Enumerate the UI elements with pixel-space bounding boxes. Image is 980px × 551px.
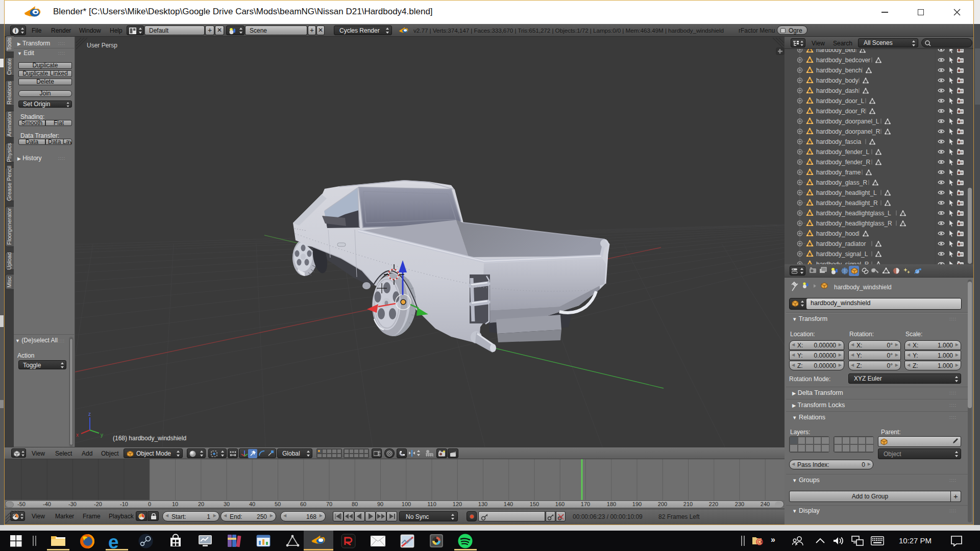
svg-text:hardbody_glass_R: hardbody_glass_R: [816, 179, 867, 186]
svg-text:hardbody_doorpanel_L: hardbody_doorpanel_L: [816, 118, 879, 125]
svg-text:hardbody_headlight_R: hardbody_headlight_R: [816, 199, 878, 207]
svg-text:i: i: [15, 28, 16, 34]
svg-text:hardbody_headlight_L: hardbody_headlight_L: [816, 189, 877, 196]
svg-text:hardbody_signal_L: hardbody_signal_L: [816, 251, 868, 258]
svg-text:hardbody_fender_R: hardbody_fender_R: [816, 159, 870, 166]
svg-text:hardbody_door_L: hardbody_door_L: [816, 97, 864, 105]
svg-text:hardbody_body: hardbody_body: [816, 77, 859, 84]
svg-text:hardbody_fender_L: hardbody_fender_L: [816, 148, 869, 156]
svg-text:User Persp: User Persp: [87, 42, 117, 49]
svg-text:(168) hardbody_windshield: (168) hardbody_windshield: [113, 435, 186, 442]
svg-text:hardbody_headlightglass_R: hardbody_headlightglass_R: [816, 220, 892, 227]
svg-text:hardbody_bedcover: hardbody_bedcover: [816, 57, 870, 64]
svg-text:hardbody_dash: hardbody_dash: [816, 87, 859, 94]
svg-text:hardbody_doorpanel_R: hardbody_doorpanel_R: [816, 128, 880, 135]
svg-text:hardbody_frame: hardbody_frame: [816, 169, 861, 176]
svg-text:hardbody_radiator: hardbody_radiator: [816, 240, 866, 247]
svg-text:hardbody_signal_R: hardbody_signal_R: [816, 261, 869, 265]
svg-text:x: x: [76, 432, 79, 438]
svg-text:hardbody_hood: hardbody_hood: [816, 230, 859, 237]
svg-text:z: z: [88, 411, 91, 417]
svg-text:hardbody_fascia: hardbody_fascia: [816, 138, 861, 145]
svg-text:hardbody_bench: hardbody_bench: [816, 67, 862, 74]
svg-text:y: y: [101, 432, 103, 438]
svg-text:hardbody_door_R: hardbody_door_R: [816, 108, 865, 115]
svg-text:hardbody_headlightglass_L: hardbody_headlightglass_L: [816, 210, 891, 217]
svg-text:hardbody_bed: hardbody_bed: [816, 49, 855, 54]
